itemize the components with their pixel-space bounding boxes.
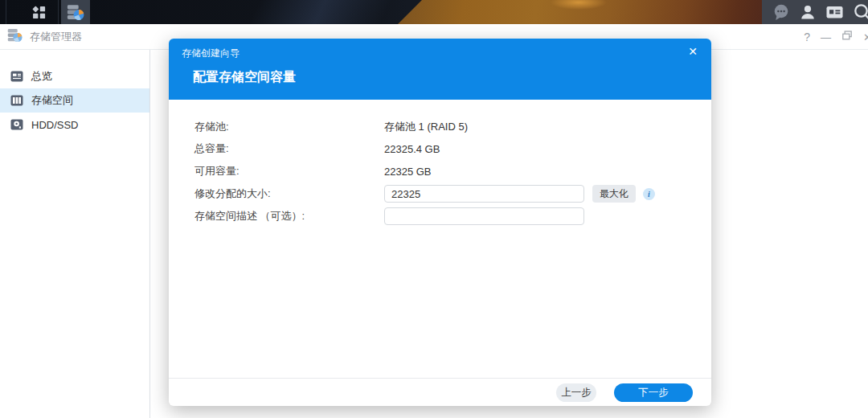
help-button[interactable]: ? xyxy=(804,31,810,43)
field-row-description: 存储空间描述 （可选）: xyxy=(194,205,584,227)
field-label: 可用容量: xyxy=(194,164,384,178)
sidebar-item-label: 存储空间 xyxy=(31,93,73,108)
dialog-footer: 上一步 下一步 xyxy=(169,378,711,406)
field-value: 22325 GB xyxy=(384,166,432,178)
restore-icon xyxy=(841,30,853,41)
taskbar-right-icons xyxy=(765,0,868,24)
sidebar-item-storage-space[interactable]: 存储空间 xyxy=(0,88,149,113)
field-label: 修改分配的大小: xyxy=(194,186,384,201)
field-row-total-capacity: 总容量: 22325.4 GB xyxy=(194,137,440,160)
user-icon xyxy=(799,3,817,21)
taskbar-storage-manager-button[interactable] xyxy=(61,0,90,24)
window-controls: ? — ✕ xyxy=(804,24,868,50)
maximize-button[interactable]: 最大化 xyxy=(592,185,636,203)
field-value: 22325.4 GB xyxy=(384,143,440,155)
field-row-available-capacity: 可用容量: 22325 GB xyxy=(194,160,432,182)
wallpaper-orange-region xyxy=(398,0,764,24)
user-menu-button[interactable] xyxy=(799,3,817,21)
field-value: 存储池 1 (RAID 5) xyxy=(384,120,468,134)
main-menu-button[interactable] xyxy=(24,0,53,24)
storage-space-icon xyxy=(10,94,23,107)
field-label: 存储池: xyxy=(194,120,384,134)
minimize-button[interactable]: — xyxy=(821,32,831,43)
step-title: 配置存储空间容量 xyxy=(193,69,296,86)
window-title: 存储管理器 xyxy=(30,30,82,44)
widgets-icon xyxy=(825,3,844,21)
chat-icon xyxy=(772,3,790,21)
hdd-icon xyxy=(10,118,23,131)
sidebar-item-label: HDD/SSD xyxy=(31,119,79,131)
storage-manager-window-icon xyxy=(7,27,23,46)
next-button[interactable]: 下一步 xyxy=(614,383,693,402)
field-row-allocated-size: 修改分配的大小: 最大化 i xyxy=(194,182,655,205)
field-label: 存储空间描述 （可选）: xyxy=(194,209,384,223)
close-window-button[interactable]: ✕ xyxy=(863,32,868,43)
field-row-storage-pool: 存储池: 存储池 1 (RAID 5) xyxy=(194,116,468,138)
search-button[interactable] xyxy=(853,2,868,22)
sidebar-item-overview[interactable]: 总览 xyxy=(0,64,149,88)
overview-icon xyxy=(10,70,23,83)
wizard-title: 存储创建向导 xyxy=(182,47,240,60)
restore-button[interactable] xyxy=(841,30,853,44)
sidebar-item-label: 总览 xyxy=(31,69,52,84)
taskbar xyxy=(0,0,868,24)
dialog-header: 存储创建向导 ✕ 配置存储空间容量 xyxy=(169,39,711,100)
apps-grid-icon xyxy=(31,5,47,20)
taskbar-divider xyxy=(58,0,59,24)
close-icon[interactable]: ✕ xyxy=(686,44,700,59)
notifications-button[interactable] xyxy=(772,3,790,21)
sidebar-separator xyxy=(149,50,150,418)
storage-manager-icon xyxy=(67,3,84,21)
field-label: 总容量: xyxy=(194,141,384,156)
description-input[interactable] xyxy=(384,207,584,225)
widgets-button[interactable] xyxy=(825,3,844,21)
previous-button[interactable]: 上一步 xyxy=(556,383,596,402)
info-icon[interactable]: i xyxy=(643,188,655,200)
allocated-size-input[interactable] xyxy=(384,185,584,203)
wallpaper-streak xyxy=(241,0,418,24)
storage-creation-wizard-dialog: 存储创建向导 ✕ 配置存储空间容量 存储池: 存储池 1 (RAID 5) 总容… xyxy=(169,39,711,406)
sidebar-item-hdd-ssd[interactable]: HDD/SSD xyxy=(0,113,149,137)
search-icon xyxy=(853,2,868,22)
sidebar: 总览 存储空间 HDD/SSD xyxy=(0,50,149,418)
taskbar-divider xyxy=(6,0,6,24)
